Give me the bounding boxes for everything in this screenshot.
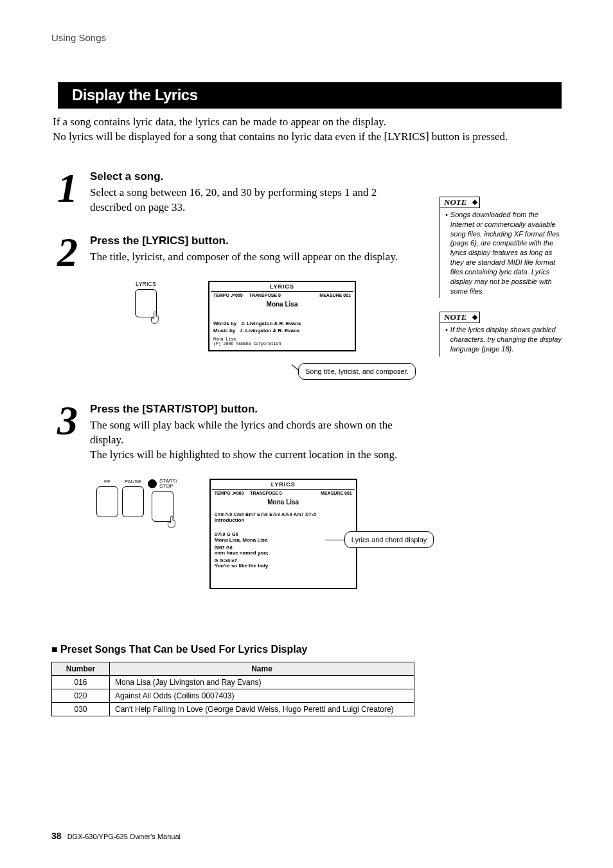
table-row: 020 Against All Odds (Collins 0007403) — [52, 689, 414, 702]
running-head: Using Songs — [51, 32, 562, 47]
pause-label: PAUSE — [122, 479, 144, 484]
lcd-tempo: TEMPO ♩=069 — [215, 491, 244, 496]
step-number: 3 — [51, 403, 84, 596]
step-1: 1 Select a song. Select a song between 1… — [51, 170, 420, 215]
lyrics-panel-button: LYRICS — [135, 281, 157, 351]
note-text: Songs downloaded from the Internet or co… — [450, 210, 562, 296]
lcd-measure: MEASURE 001 — [319, 293, 351, 298]
cell-name: Against All Odds (Collins 0007403) — [110, 689, 414, 702]
cell-number: 016 — [52, 675, 110, 689]
lcd-header: LYRICS — [211, 283, 353, 292]
ff-label: FF — [96, 479, 118, 484]
callout-1: Song title, lyricist, and composer. — [298, 363, 416, 380]
hand-press-icon — [150, 310, 163, 326]
step-3: 3 Press the [START/STOP] button. The son… — [51, 403, 420, 596]
ff-button — [96, 486, 118, 517]
lcd-chords: GM7 G6 — [215, 545, 352, 550]
lcd-song-title: Mona Lisa — [213, 301, 351, 308]
th-name: Name — [110, 662, 414, 675]
cell-name: Can't Help Falling In Love (George David… — [110, 702, 414, 716]
button-shape — [135, 289, 157, 317]
lcd-lyric: You're so like the lady — [215, 563, 352, 569]
pause-button — [122, 486, 144, 517]
manual-title: DGX-630/YPG-635 Owner's Manual — [67, 833, 181, 840]
lcd-tempo: TEMPO ♩=069 — [213, 293, 243, 298]
preset-heading: Preset Songs That Can be Used For Lyrics… — [51, 644, 562, 655]
section-title-bar: Display the Lyrics — [58, 82, 562, 109]
cell-number: 030 — [52, 702, 110, 716]
step-title: Press the [START/STOP] button. — [90, 403, 420, 416]
step-title: Press the [LYRICS] button. — [90, 235, 420, 247]
lcd-measure: MEASURE 001 — [321, 491, 352, 496]
lcd-lyric: men have named you; — [215, 550, 352, 556]
music-by: J. Livingston & R. Evans — [240, 328, 299, 333]
table-row: 030 Can't Help Falling In Love (George D… — [52, 702, 414, 716]
lcd-lyric: Introduction — [215, 517, 352, 523]
lcd-screen-1: LYRICS TEMPO ♩=069 TRANSPOSE 0 MEASURE 0… — [208, 281, 356, 351]
intro-line: If a song contains lyric data, the lyric… — [53, 115, 562, 130]
callout-2: Lyrics and chord display — [344, 531, 434, 548]
intro-text: If a song contains lyric data, the lyric… — [53, 115, 562, 145]
step-text: The lyrics will be highlighted to show t… — [90, 448, 420, 463]
step-title: Select a song. — [90, 170, 420, 183]
lcd-transpose: TRANSPOSE 0 — [249, 293, 281, 298]
lcd-screen-2: LYRICS TEMPO ♩=069 TRANSPOSE 0 MEASURE 0… — [209, 479, 357, 589]
page-number: 38 — [51, 831, 62, 841]
music-by-label: Music by — [213, 328, 235, 333]
step-text: Select a song between 16, 20, and 30 by … — [90, 186, 420, 215]
th-number: Number — [52, 662, 110, 675]
cell-number: 020 — [52, 689, 110, 702]
panel-label: LYRICS — [135, 281, 157, 287]
lcd-fine-line: Mona Lisa — [213, 337, 351, 342]
step-number: 2 — [51, 235, 84, 358]
playback-panel-cluster: FF PAUSE START/ STOP — [96, 479, 177, 589]
words-by: J. Livingston & R. Evans — [241, 321, 301, 326]
cell-name: Mona Lisa (Jay Livingston and Ray Evans) — [110, 675, 414, 689]
step-number: 1 — [51, 170, 84, 215]
note-1: NOTE Songs downloaded from the Internet … — [440, 196, 562, 299]
lcd-song-title: Mona Lisa — [215, 499, 352, 506]
preset-songs-table: Number Name 016 Mona Lisa (Jay Livingsto… — [51, 662, 414, 716]
note-2: NOTE If the lyrics display shows garbled… — [440, 311, 562, 357]
lcd-chords: C#m7♭5 Cm6 Bm7 E7♭9 E7♭9 A7♭9 Am7 D7♭5 — [215, 512, 352, 517]
start-stop-label: START/ STOP — [159, 479, 177, 489]
note-text: If the lyrics display shows garbled char… — [450, 325, 562, 354]
page-footer: 38 DGX-630/YPG-635 Owner's Manual — [51, 831, 181, 841]
step-2: 2 Press the [LYRICS] button. The title, … — [51, 235, 420, 358]
intro-line: No lyrics will be displayed for a song t… — [53, 130, 562, 145]
rec-indicator-icon — [148, 479, 157, 488]
hand-press-icon — [166, 515, 179, 530]
start-stop-button — [152, 491, 173, 522]
lcd-chords: G G#dim7 — [215, 558, 352, 563]
words-by-label: Words by — [213, 321, 236, 326]
lcd-chords: D7♭9 G G6 — [215, 532, 352, 537]
step-text: The song will play back while the lyrics… — [90, 418, 420, 448]
lcd-header: LYRICS — [212, 481, 355, 490]
lcd-transpose: TRANSPOSE 0 — [250, 491, 281, 496]
note-label: NOTE — [440, 312, 480, 323]
lcd-fine-line: (P) 2006 Yamaha Corporation — [213, 342, 351, 346]
table-row: 016 Mona Lisa (Jay Livingston and Ray Ev… — [52, 675, 414, 689]
step-text: The title, lyricist, and composer of the… — [90, 250, 420, 265]
note-label: NOTE — [440, 197, 480, 208]
